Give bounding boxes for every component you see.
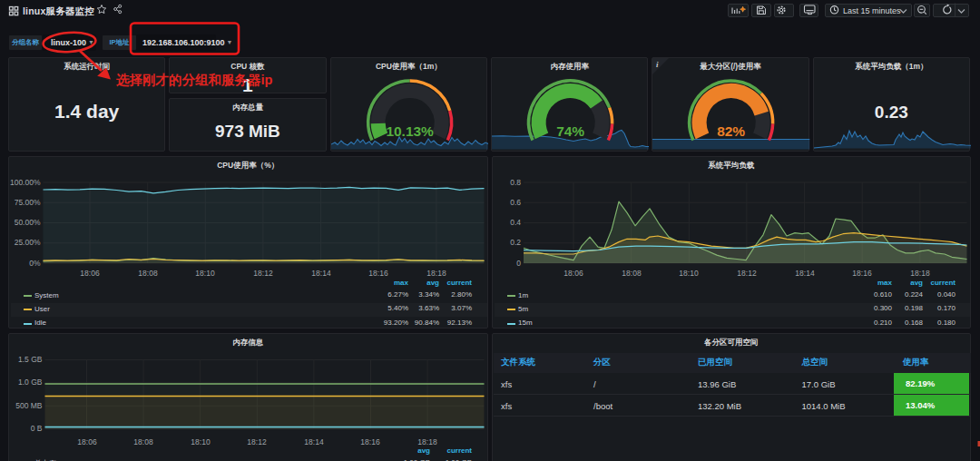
svg-text:82%: 82% [717, 123, 745, 139]
svg-text:10.13%: 10.13% [386, 123, 434, 139]
svg-text:74%: 74% [556, 123, 584, 139]
